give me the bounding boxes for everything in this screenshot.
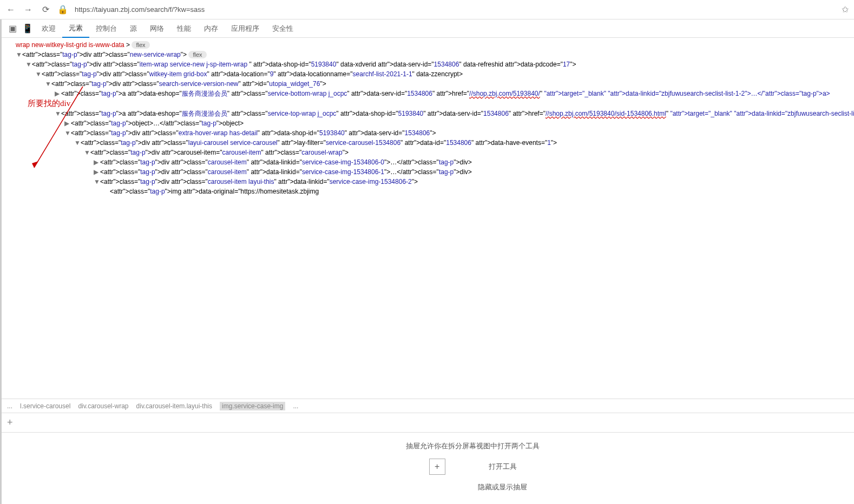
annotation-arrow xyxy=(23,81,88,178)
back-button[interactable]: ← xyxy=(5,4,16,15)
tab-application[interactable]: 应用程序 xyxy=(225,19,266,38)
tab-console[interactable]: 控制台 xyxy=(89,19,123,38)
drawer-hint: 抽屉允许你在拆分屏幕视图中打开两个工具 + 打开工具 隐藏或显示抽屉 xyxy=(2,432,854,504)
drawer-msg: 抽屉允许你在拆分屏幕视图中打开两个工具 xyxy=(10,441,854,451)
lock-icon: 🔒 xyxy=(57,4,68,15)
dom-tree[interactable]: wrap new-witkey-list-grid is-www-data > … xyxy=(2,38,854,399)
favorite-icon[interactable]: ✩ xyxy=(842,4,849,15)
bc-more[interactable]: ... xyxy=(7,402,12,410)
tab-sources[interactable]: 源 xyxy=(123,19,143,38)
tab-elements[interactable]: 元素 xyxy=(62,19,89,38)
browser-bar: ← → ⟳ 🔒 https://taiyuan.zbj.com/search/f… xyxy=(0,0,854,19)
dom-breadcrumb[interactable]: ... l.service-carousel div.carousel-wrap… xyxy=(2,399,854,413)
refresh-button[interactable]: ⟳ xyxy=(40,4,51,15)
add-button[interactable]: + xyxy=(7,417,13,428)
devtools-toolbar: ▣ 📱 欢迎 元素 控制台 源 网络 性能 内存 应用程序 安全性 » + xyxy=(2,19,854,38)
inspect-icon[interactable]: ▣ xyxy=(5,21,20,36)
bc-item[interactable]: div.carousel-wrap xyxy=(78,402,128,410)
url-text[interactable]: https://taiyuan.zbj.com/search/f/?kw=sas… xyxy=(75,5,835,14)
tab-security[interactable]: 安全性 xyxy=(266,19,300,38)
tab-network[interactable]: 网络 xyxy=(143,19,170,38)
forward-button[interactable]: → xyxy=(23,4,34,15)
tab-performance[interactable]: 性能 xyxy=(170,19,198,38)
bc-item-selected[interactable]: img.service-case-img xyxy=(220,402,285,410)
bc-item[interactable]: div.carousel-item.layui-this xyxy=(136,402,213,410)
svg-marker-1 xyxy=(32,161,38,168)
device-icon[interactable]: 📱 xyxy=(20,21,35,36)
bc-more[interactable]: ... xyxy=(293,402,298,410)
devtools: ▣ 📱 欢迎 元素 控制台 源 网络 性能 内存 应用程序 安全性 » + wr… xyxy=(1,19,854,504)
open-tool-button[interactable]: + xyxy=(429,459,445,475)
tab-welcome[interactable]: 欢迎 xyxy=(35,19,62,38)
console-drawer-bar: + xyxy=(2,413,854,432)
open-tool-label: 打开工具 xyxy=(489,462,517,472)
tab-memory[interactable]: 内存 xyxy=(198,19,225,38)
hide-drawer-label: 隐藏或显示抽屉 xyxy=(478,482,527,492)
bc-item[interactable]: l.service-carousel xyxy=(20,402,70,410)
svg-line-0 xyxy=(34,87,83,168)
